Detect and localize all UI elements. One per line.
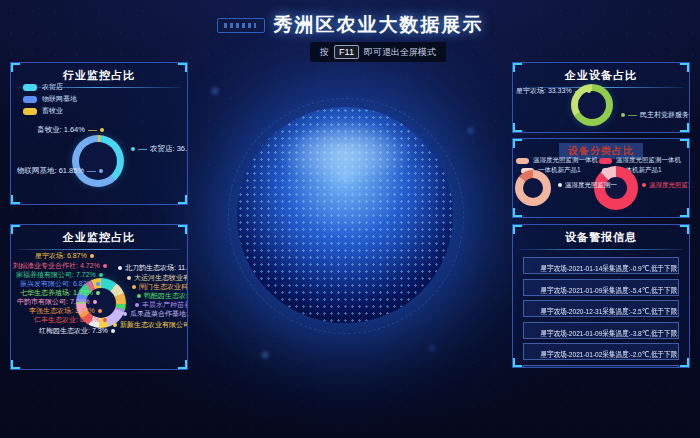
corner-accent: [680, 123, 689, 132]
glow-dot: [262, 352, 268, 358]
chart-label: 刘娟渔业专业合作社: 4.72%: [13, 262, 107, 270]
corner-accent: [11, 225, 20, 234]
panel-title: 企业监控占比: [11, 225, 187, 245]
panel-industry-monitor: 行业监控占比 农贸店 物联网基地 畜牧业 畜牧业: 1.64% 农贸店: 36.…: [10, 62, 188, 205]
alarm-list[interactable]: 星宇农场-2021-01-14采集温度:-0.9℃,低于下限:0℃ 星宇农场-2…: [513, 257, 689, 368]
panel-title: 设备警报信息: [513, 225, 689, 245]
panel-title: 企业设备占比: [513, 63, 689, 83]
legend-item[interactable]: 畜牧业: [23, 105, 77, 117]
chart-label: 温湿度光照监测一: [642, 181, 690, 189]
corner-accent: [680, 358, 689, 367]
panel-enterprise-monitor: 企业监控占比 星宇农场: 6.87% 刘娟渔业专业合作社: 4.72% 家福养殖…: [10, 224, 188, 370]
device-class-donut-left[interactable]: [515, 170, 551, 206]
title-divider: [17, 249, 181, 250]
panel-equipment-ratio: 企业设备占比 星宇农场: 33.33% 民主村党群服务中心: [512, 62, 690, 133]
alarm-row: 星宇农场-2020-12-31采集温度:-2.5℃,低于下限:0℃: [523, 300, 679, 317]
chart-label: 中韵市有限公司: 7.29%: [17, 298, 97, 306]
f11-key-badge: F11: [334, 45, 359, 59]
corner-accent: [178, 63, 187, 72]
industry-legend: 农贸店 物联网基地 畜牧业: [23, 81, 77, 117]
corner-accent: [680, 225, 689, 234]
panel-title: 行业监控占比: [11, 63, 187, 83]
globe: [237, 107, 453, 323]
chart-label: 星宇农场: 6.87%: [35, 252, 94, 260]
tooltip-prefix: 按: [320, 46, 329, 59]
chart-label: 星宇农场: 33.33%: [516, 87, 591, 95]
legend-item[interactable]: 温湿度光照监测一体机: [599, 156, 681, 165]
chart-label: 红梅园生态农业: 7.3%: [39, 327, 115, 335]
chart-label: 大运河生态牧业有限责任公: [127, 274, 188, 282]
glow-dot: [468, 128, 473, 133]
chart-label: 闸门生态农业科技有限公: [132, 283, 188, 291]
page-title: 秀洲区农业大数据展示: [274, 12, 484, 38]
corner-accent: [178, 195, 187, 204]
chart-label: 瓜果蔬菜合作基地: 15.02%: [123, 310, 188, 318]
chart-label: 温湿度光照监测一: [558, 181, 617, 189]
corner-accent: [680, 208, 689, 217]
tooltip-suffix: 即可退出全屏模式: [364, 46, 436, 59]
alarm-row: 星宇农场-2021-01-09采集温度:-5.4℃,低于下限:0℃: [523, 279, 679, 296]
legend-item[interactable]: 物联网基地: [23, 93, 77, 105]
chart-label: 畜牧业: 1.64%: [37, 126, 104, 134]
legend-item[interactable]: 农贸店: [23, 81, 77, 93]
corner-accent: [11, 63, 20, 72]
glow-dot: [430, 346, 434, 350]
corner-accent: [680, 139, 689, 148]
panel-device-classification: 设备分类占比 温湿度光照监测一体机 一体机新产品1 温湿度光照监测一体机 一体机…: [512, 138, 690, 218]
alarm-row: 星宇农场-2021-01-09采集温度:-3.8℃,低于下限:0℃: [523, 322, 679, 339]
legend-swatch: [23, 96, 37, 103]
chart-label: 仁丰生态农业: 6.44%: [34, 316, 107, 324]
chart-label: 鸭酷园生态农场: 4.29%: [137, 292, 188, 300]
corner-accent: [513, 208, 522, 217]
legend-item[interactable]: 温湿度光照监测一体机: [516, 156, 598, 165]
corner-accent: [178, 225, 187, 234]
corner-accent: [11, 195, 20, 204]
brand-logo: [217, 18, 265, 33]
legend-swatch: [516, 158, 529, 164]
chart-label: 农贸店: 36.51%: [131, 145, 188, 153]
corner-accent: [513, 358, 522, 367]
corner-accent: [513, 63, 522, 72]
corner-accent: [178, 360, 187, 369]
industry-donut-chart[interactable]: [72, 135, 124, 187]
corner-accent: [11, 360, 20, 369]
header: 秀洲区农业大数据展示: [0, 12, 700, 38]
alarm-row: 星宇农场-2021-01-14采集温度:-0.9℃,低于下限:0℃: [523, 257, 679, 274]
legend-swatch: [599, 158, 612, 164]
globe-highlight: [276, 120, 414, 185]
chart-label: 北刀韵生态农场: 11.56%: [118, 264, 188, 272]
chart-label: 丰晨水产种苗养殖场: 1.: [135, 301, 188, 309]
corner-accent: [513, 123, 522, 132]
legend-swatch: [23, 108, 37, 115]
fullscreen-tooltip: 按 F11 即可退出全屏模式: [310, 42, 446, 62]
chart-label: 民主村党群服务中心: [621, 111, 690, 119]
chart-label: 振兴发有限公司: 6.87%: [20, 280, 100, 288]
corner-accent: [680, 63, 689, 72]
title-divider: [519, 249, 683, 250]
chart-label: 李强生态农场: 3.42%: [29, 307, 102, 315]
corner-accent: [513, 139, 522, 148]
dashboard: 秀洲区农业大数据展示 按 F11 即可退出全屏模式 行业监控占比 农贸店 物联网…: [0, 0, 700, 438]
panel-device-alarms: 设备警报信息 星宇农场-2021-01-14采集温度:-0.9℃,低于下限:0℃…: [512, 224, 690, 368]
alarm-row: 星宇农场-2021-01-02采集温度:-2.0℃,低于下限:0℃: [523, 343, 679, 360]
chart-label: 家福养殖有限公司: 7.72%: [16, 271, 103, 279]
legend-swatch: [23, 84, 37, 91]
glow-dot: [212, 88, 218, 94]
alarm-row: 星宇农场-2021-01-09采集温度:-0.9℃,低于下限:0℃: [523, 365, 679, 369]
chart-label: 新颜生态农业有限公司: 6.87%: [113, 321, 188, 329]
chart-label: 七华生态养殖场: 1.72%: [20, 289, 100, 297]
chart-label: 物联网基地: 61.85%: [17, 167, 103, 175]
corner-accent: [513, 225, 522, 234]
